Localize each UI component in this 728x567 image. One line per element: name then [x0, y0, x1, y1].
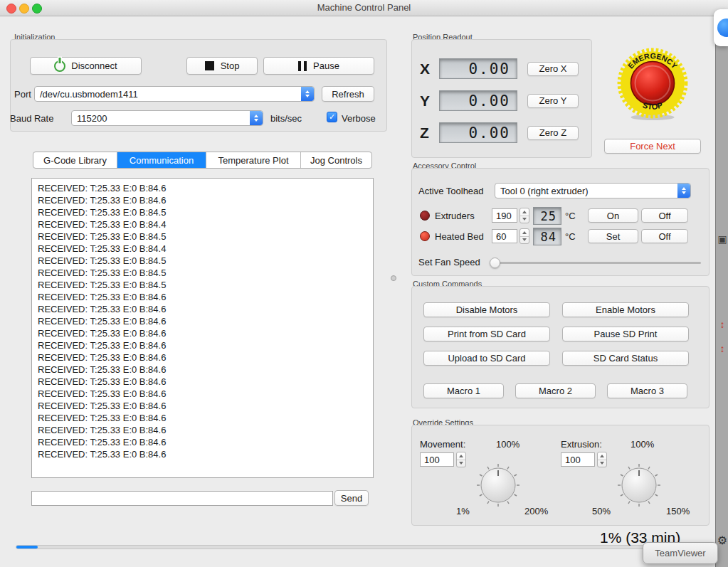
console-line: RECEIVED: T:25.33 E:0 B:84.6 [38, 364, 367, 376]
bed-target-field[interactable]: 60 [492, 229, 517, 243]
axis-position-lcd: 0.00 [439, 122, 517, 143]
fan-speed-slider[interactable] [492, 262, 701, 264]
axis-row: Z 0.00 Zero Z [411, 117, 591, 149]
pause-icon [298, 61, 307, 71]
panel-arrows-icon[interactable]: ↕ [717, 343, 728, 354]
disconnect-button[interactable]: Disconnect [30, 57, 142, 75]
machine-control-panel-window: Machine Control Panel Initialization Dis… [0, 0, 728, 567]
extruder-off-button[interactable]: Off [641, 208, 688, 223]
axis-label: X [420, 60, 439, 78]
console-line: RECEIVED: T:25.33 E:0 B:84.4 [38, 243, 367, 255]
bed-off-button[interactable]: Off [641, 229, 688, 243]
teamviewer-tooltip-label: TeamViewer [655, 548, 705, 558]
heated-bed-label: Heated Bed [435, 231, 484, 242]
console-line: RECEIVED: T:25.33 E:0 B:84.6 [38, 182, 367, 194]
custom-command-button[interactable]: Pause SD Print [562, 327, 689, 341]
extrusion-value-field[interactable]: 100 [561, 452, 595, 467]
emergency-stop-button[interactable]: EMERGENCY STOP [615, 46, 690, 121]
stop-button[interactable]: Stop [186, 57, 258, 75]
fan-speed-label: Set Fan Speed [418, 257, 480, 267]
macro-button[interactable]: Macro 2 [515, 383, 596, 398]
bed-temp-lcd: 84 [533, 228, 561, 245]
window-title: Machine Control Panel [0, 2, 728, 13]
zero-axis-button[interactable]: Zero Z [527, 126, 579, 140]
macro-button[interactable]: Macro 1 [423, 383, 504, 398]
print-progress-fill [16, 546, 38, 549]
movement-stepper[interactable] [456, 452, 466, 467]
bed-target-value: 60 [496, 231, 506, 242]
console-line: RECEIVED: T:25.33 E:0 B:84.6 [38, 291, 367, 303]
teamviewer-session-icon [717, 18, 728, 37]
tab-gcode-library[interactable]: G-Code Library [33, 152, 117, 168]
console-line: RECEIVED: T:25.33 E:0 B:84.5 [38, 230, 367, 243]
extruders-label: Extruders [435, 211, 475, 221]
force-next-button[interactable]: Force Next [604, 139, 701, 154]
macro-buttons-row: Macro 1Macro 2Macro 3 [423, 383, 687, 398]
port-select[interactable]: /dev/cu.usbmodem1411 [34, 86, 315, 102]
extrusion-stepper[interactable] [597, 452, 607, 467]
movement-label: Movement: [420, 439, 465, 450]
zero-axis-button[interactable]: Zero Y [527, 94, 579, 108]
command-input[interactable] [31, 491, 333, 506]
custom-command-button[interactable]: Enable Motors [562, 302, 689, 317]
power-icon [54, 60, 65, 72]
console-line: RECEIVED: T:25.33 E:0 B:84.6 [38, 351, 367, 364]
zero-axis-button[interactable]: Zero X [527, 62, 579, 76]
panel-arrows-icon[interactable]: ↕ [717, 319, 728, 330]
console-line: RECEIVED: T:25.33 E:0 B:84.6 [38, 194, 367, 206]
baud-units-label: bits/sec [270, 113, 302, 124]
extruder-on-button[interactable]: On [588, 208, 638, 223]
extruder-target-field[interactable]: 190 [492, 208, 517, 223]
extruder-on-label: On [607, 211, 619, 221]
extrusion-knob[interactable] [616, 461, 662, 507]
pause-button[interactable]: Pause [263, 57, 374, 75]
extrusion-value: 100 [565, 455, 581, 465]
axis-position-lcd: 0.00 [439, 90, 517, 111]
console-output[interactable]: RECEIVED: T:25.33 E:0 B:84.6RECEIVED: T:… [31, 178, 374, 478]
baud-rate-label: Baud Rate [10, 113, 53, 124]
movement-value-field[interactable]: 100 [420, 452, 454, 467]
fan-speed-slider-thumb[interactable] [490, 258, 500, 268]
bed-set-button[interactable]: Set [588, 229, 638, 243]
teamviewer-tooltip: TeamViewer [643, 542, 718, 564]
console-line: RECEIVED: T:25.33 E:0 B:84.5 [38, 267, 367, 279]
console-line: RECEIVED: T:25.33 E:0 B:84.6 [38, 424, 367, 436]
extruder-led-icon [420, 211, 430, 221]
custom-command-button[interactable]: Disable Motors [423, 302, 550, 317]
console-line: RECEIVED: T:25.33 E:0 B:84.6 [38, 376, 367, 388]
splitter-dimple[interactable] [391, 275, 396, 281]
console-line: RECEIVED: T:25.33 E:0 B:84.6 [38, 315, 367, 327]
axis-label: Y [420, 92, 439, 110]
extruder-target-stepper[interactable] [519, 208, 529, 223]
custom-command-button[interactable]: SD Card Status [562, 351, 689, 366]
baud-rate-value: 115200 [72, 113, 250, 124]
bed-target-stepper[interactable] [519, 228, 529, 244]
chevron-updown-icon [677, 184, 690, 198]
baud-rate-select[interactable]: 115200 [71, 110, 263, 126]
console-line: RECEIVED: T:25.33 E:0 B:84.6 [38, 448, 367, 460]
chevron-updown-icon [250, 111, 263, 125]
active-toolhead-label: Active Toolhead [418, 186, 484, 196]
extrusion-max-label: 150% [666, 506, 690, 516]
panel-list-icon[interactable]: ▣ [717, 233, 728, 245]
toolhead-select[interactable]: Tool 0 (right extruder) [495, 183, 691, 198]
verbose-checkbox[interactable]: ✓ [327, 112, 337, 122]
custom-command-button[interactable]: Print from SD Card [423, 327, 550, 341]
stop-label: Stop [221, 60, 240, 71]
stop-icon [205, 61, 214, 70]
tab-temperature-plot[interactable]: Temperature Plot [206, 152, 301, 168]
teamviewer-panel-tab[interactable] [714, 9, 728, 46]
axis-position-lcd: 0.00 [439, 58, 517, 79]
refresh-button[interactable]: Refresh [322, 86, 374, 102]
custom-command-button[interactable]: Upload to SD Card [423, 351, 550, 366]
tab-jog-controls[interactable]: Jog Controls [301, 152, 371, 168]
tab-communication[interactable]: Communication [117, 152, 206, 168]
bed-set-label: Set [606, 231, 621, 242]
movement-min-label: 1% [456, 506, 470, 516]
console-line: RECEIVED: T:25.33 E:0 B:84.6 [38, 412, 367, 424]
movement-knob[interactable] [475, 461, 521, 507]
macro-button[interactable]: Macro 3 [607, 383, 687, 398]
send-button[interactable]: Send [334, 490, 369, 506]
gear-icon[interactable]: ⚙ [717, 534, 728, 547]
extruder-temp-lcd: 25 [533, 207, 561, 225]
